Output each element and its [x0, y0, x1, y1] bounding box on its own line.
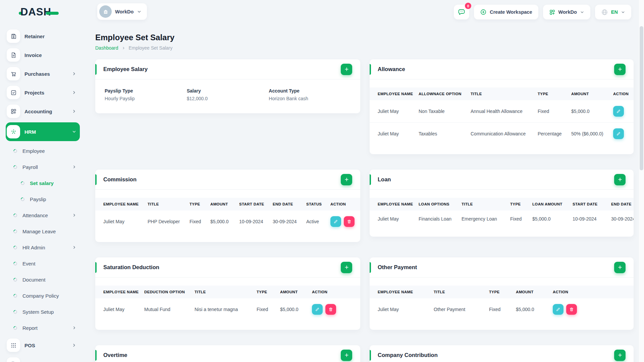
column-header: DEDUCTION OPTION — [139, 286, 189, 298]
logo-dash — [46, 12, 59, 15]
table-cell: 10-09-2024 — [234, 210, 267, 233]
edit-button[interactable] — [613, 106, 624, 117]
overtime-card: Overtime — [95, 345, 360, 362]
column-header: LOAN AMOUNT — [527, 198, 567, 210]
commission-card: Commission EMPLOYEE NAME TITLE TYPE AMOU… — [95, 170, 360, 242]
table-cell: Annual Health Allowance — [465, 100, 532, 123]
table-cell: $5,000.0 — [566, 100, 608, 123]
card-title: Commission — [103, 176, 137, 183]
other-payment-card: Other Payment EMPLOYEE NAME TITLE TYPE A… — [370, 257, 634, 330]
card-title: Allowance — [378, 66, 405, 72]
chevron-down-icon — [137, 9, 142, 14]
table-cell: Financials Loan — [413, 210, 456, 227]
card-title: Saturation Deduction — [103, 264, 159, 270]
column-header: EMPLOYEE NAME — [370, 286, 428, 298]
add-loan-button[interactable] — [614, 174, 626, 185]
trash-icon — [347, 219, 352, 224]
column-header: ACTION — [325, 198, 360, 210]
trash-icon — [569, 307, 574, 312]
column-header: TITLE — [142, 198, 184, 210]
workspace-selector[interactable]: WorkDo — [97, 3, 147, 20]
column-header: TYPE — [484, 286, 511, 298]
workspace-menu-label: WorkDo — [558, 9, 577, 15]
add-other-payment-button[interactable] — [614, 262, 626, 273]
add-commission-button[interactable] — [341, 174, 352, 185]
column-header: ACTION — [547, 286, 634, 298]
table-cell: Juliet May — [370, 298, 428, 320]
column-header: ALLOWNACE OPTION — [413, 87, 465, 100]
add-employee-salary-button[interactable] — [341, 64, 352, 75]
cards-grid: Employee Salary Payslip Type Hourly Pays… — [95, 59, 634, 362]
add-overtime-button[interactable] — [341, 350, 352, 361]
scrollbar-thumb[interactable] — [640, 26, 643, 170]
delete-button[interactable] — [344, 216, 355, 227]
breadcrumb-current: Employee Set Salary — [129, 45, 173, 51]
table-cell: Juliet May — [95, 210, 142, 233]
column-header: AMOUNT — [275, 286, 307, 298]
edit-button[interactable] — [330, 216, 341, 227]
language-button[interactable]: EN — [595, 5, 631, 19]
messages-button[interactable]: 0 — [454, 5, 469, 19]
delete-button[interactable] — [325, 304, 336, 315]
table-cell: Taxables — [413, 123, 465, 145]
column-header: START DATE — [567, 198, 606, 210]
plus-icon — [344, 177, 349, 182]
other-payment-table: EMPLOYEE NAME TITLE TYPE AMOUNT ACTION J… — [370, 286, 634, 320]
workspace-avatar — [99, 5, 112, 18]
chat-icon — [458, 8, 466, 16]
table-row: Juliet May Taxables Communication Allowa… — [370, 123, 634, 145]
edit-button[interactable] — [312, 304, 323, 315]
edit-button[interactable] — [613, 128, 624, 139]
table-cell: Juliet May — [370, 100, 413, 123]
plus-icon — [344, 67, 349, 72]
delete-button[interactable] — [566, 304, 577, 315]
scrollbar[interactable] — [639, 0, 644, 362]
column-header: TYPE — [505, 198, 527, 210]
workspace-menu-button[interactable]: WorkDo — [543, 5, 590, 19]
table-cell: Fixed — [505, 210, 527, 227]
column-header: END DATE — [267, 198, 301, 210]
card-title: Other Payment — [378, 264, 417, 270]
dash-logo: DASH — [19, 6, 59, 18]
table-cell: $5,000.0 — [527, 210, 567, 227]
add-allowance-button[interactable] — [614, 64, 626, 75]
column-header: TYPE — [532, 87, 566, 100]
table-row: Juliet May Other Payment Fixed $5,000.0 — [370, 298, 634, 320]
create-workspace-label: Create Workspace — [490, 9, 532, 15]
column-header: END DATE — [606, 198, 634, 210]
table-cell: PHP Developer — [142, 210, 184, 233]
pencil-icon — [556, 307, 560, 312]
create-workspace-button[interactable]: Create Workspace — [474, 5, 538, 19]
table-header-row: EMPLOYEE NAME TITLE TYPE AMOUNT START DA… — [95, 198, 360, 210]
column-header: STATUS — [301, 198, 325, 210]
loan-table: EMPLOYEE NAME LOAN OPTIONS TITLE TYPE LO… — [370, 198, 634, 227]
loan-card: Loan EMPLOYEE NAME LOAN OPTIONS TITLE TY… — [370, 170, 634, 237]
table-cell: Nisi a tenetur magna — [189, 298, 251, 320]
column-header: EMPLOYEE NAME — [95, 198, 142, 210]
saturation-deduction-table: EMPLOYEE NAME DEDUCTION OPTION TITLE TYP… — [95, 286, 360, 320]
column-header: TITLE — [189, 286, 251, 298]
plus-icon — [344, 265, 349, 270]
chevron-down-icon — [580, 10, 584, 14]
company-contribution-card: Company Contribution — [370, 345, 634, 362]
pencil-icon — [333, 219, 338, 224]
table-cell: Mutual Fund — [139, 298, 189, 320]
table-cell: $5,000.0 — [511, 298, 547, 320]
allowance-table: EMPLOYEE NAME ALLOWNACE OPTION TITLE TYP… — [370, 87, 634, 145]
column-header: AMOUNT — [205, 198, 234, 210]
column-header: AMOUNT — [511, 286, 547, 298]
column-header: START DATE — [234, 198, 267, 210]
add-saturation-deduction-button[interactable] — [341, 262, 352, 273]
edit-button[interactable] — [553, 304, 564, 315]
table-header-row: EMPLOYEE NAME DEDUCTION OPTION TITLE TYP… — [95, 286, 360, 298]
table-cell: $5,000.0 — [205, 210, 234, 233]
add-company-contribution-button[interactable] — [614, 350, 626, 361]
card-title: Employee Salary — [103, 66, 148, 72]
grid-plus-icon — [549, 9, 555, 15]
column-header: ACTION — [307, 286, 360, 298]
breadcrumb-dashboard-link[interactable]: Dashboard — [95, 45, 118, 51]
table-cell: Juliet May — [370, 123, 413, 145]
topbar: DASH WorkDo 0 Create Workspac — [0, 0, 644, 24]
topbar-actions: 0 Create Workspace WorkDo EN — [454, 5, 631, 19]
language-label: EN — [611, 9, 618, 15]
